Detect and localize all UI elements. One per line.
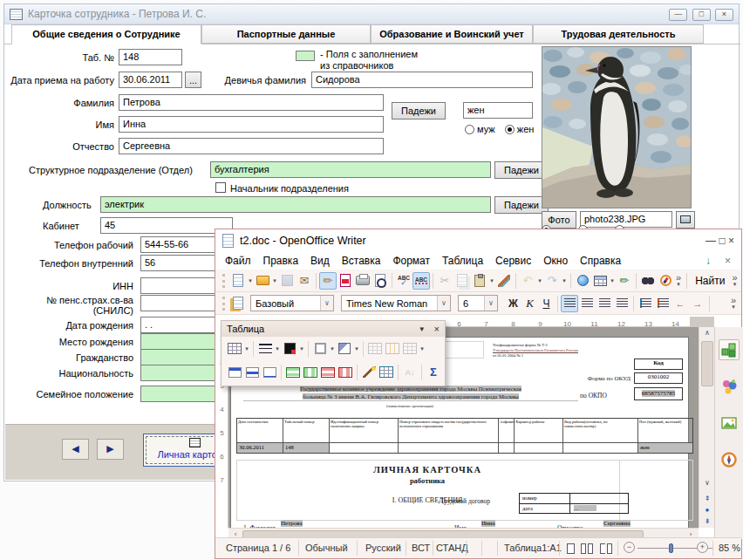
position-padezhi-button[interactable]: Падежи bbox=[494, 196, 549, 214]
status-zoom-percent[interactable]: 85 % bbox=[719, 543, 740, 553]
print-icon[interactable] bbox=[354, 272, 372, 290]
sidebar-properties-icon[interactable] bbox=[719, 339, 740, 360]
status-selection-mode[interactable]: СТАНД bbox=[436, 543, 468, 553]
spellcheck-icon[interactable]: ABC✓ bbox=[395, 272, 412, 290]
undo-dropdown-icon[interactable]: ▾ bbox=[536, 277, 543, 284]
writer-minimize-icon[interactable]: — bbox=[706, 235, 716, 247]
find-toolbar-label[interactable]: Найти bbox=[695, 275, 725, 287]
middle-name-input[interactable]: Сергеевна bbox=[119, 138, 384, 154]
scroll-up-icon[interactable]: ∧ bbox=[700, 327, 714, 338]
merge-cells-icon[interactable] bbox=[366, 340, 384, 358]
italic-button[interactable]: К bbox=[521, 295, 538, 311]
insert-column-icon[interactable] bbox=[302, 364, 319, 381]
table-insert-dropdown-icon[interactable]: ▾ bbox=[243, 345, 250, 352]
dept-padezhi-button[interactable]: Падежи bbox=[494, 161, 549, 179]
align-bottom-icon[interactable] bbox=[261, 364, 278, 381]
gender-input[interactable]: жен bbox=[463, 102, 533, 119]
sum-icon[interactable]: Σ bbox=[425, 364, 442, 381]
increase-indent-icon[interactable]: → bbox=[689, 295, 706, 312]
tab-num-input[interactable]: 148 bbox=[119, 49, 182, 65]
insert-table-icon[interactable] bbox=[591, 272, 609, 290]
decrease-indent-icon[interactable]: ← bbox=[671, 295, 689, 312]
zoom-out-icon[interactable]: − bbox=[624, 542, 635, 553]
paragraph-style-combo[interactable]: Базовый∨ bbox=[250, 295, 334, 311]
bullet-list-icon[interactable] bbox=[654, 295, 671, 312]
center-vertical-icon[interactable] bbox=[243, 364, 261, 381]
first-name-input[interactable]: Инна bbox=[119, 116, 384, 133]
delete-row-icon[interactable] bbox=[319, 364, 337, 381]
formatting-grip[interactable] bbox=[222, 297, 225, 311]
tab-passport-data[interactable]: Паспортные данные bbox=[201, 24, 371, 44]
hyperlink-icon[interactable] bbox=[574, 272, 591, 290]
undo-icon[interactable]: ↶ bbox=[519, 272, 536, 290]
optimize-dropdown-icon[interactable]: ▾ bbox=[419, 345, 426, 352]
draw-functions-icon[interactable]: ✏ bbox=[616, 272, 633, 290]
menu-window[interactable]: Окно bbox=[537, 253, 574, 269]
borders-icon[interactable] bbox=[311, 340, 329, 358]
delete-column-icon[interactable] bbox=[337, 364, 354, 381]
table-insert-icon[interactable] bbox=[226, 340, 243, 358]
position-input[interactable]: электрик bbox=[100, 196, 491, 213]
photo-load-button[interactable] bbox=[676, 211, 695, 229]
split-cells-icon[interactable] bbox=[384, 340, 401, 358]
writer-close-icon[interactable]: × bbox=[728, 235, 734, 247]
table-dropdown-icon[interactable]: ▾ bbox=[609, 277, 616, 284]
scroll-down-icon[interactable]: ∨ bbox=[700, 477, 714, 488]
menu-help[interactable]: Справка bbox=[574, 253, 627, 269]
align-justify-icon[interactable] bbox=[613, 295, 631, 312]
sidebar-gallery-icon[interactable] bbox=[719, 413, 740, 434]
maiden-name-input[interactable]: Сидорова bbox=[311, 72, 533, 88]
email-icon[interactable]: ✉ bbox=[296, 272, 313, 290]
table-toolbar-close-icon[interactable]: × bbox=[434, 324, 440, 334]
sidebar-navigator-icon[interactable] bbox=[719, 449, 740, 470]
paste-dropdown-icon[interactable]: ▾ bbox=[488, 277, 495, 284]
zoom-in-icon[interactable]: + bbox=[697, 542, 708, 553]
optimize-icon[interactable] bbox=[401, 340, 419, 358]
edit-file-icon[interactable]: ✏ bbox=[319, 272, 337, 290]
formatting-overflow-icon[interactable]: »▾ bbox=[731, 297, 736, 310]
line-style-icon[interactable] bbox=[256, 340, 274, 358]
toolbar-overflow-icon[interactable]: »▾ bbox=[676, 275, 681, 287]
previous-page-icon[interactable]: ⇞ bbox=[700, 493, 714, 504]
menu-edit[interactable]: Правка bbox=[257, 253, 305, 269]
save-icon[interactable] bbox=[278, 272, 296, 290]
page-preview-icon[interactable] bbox=[372, 272, 389, 290]
align-center-icon[interactable] bbox=[578, 295, 596, 312]
menu-insert[interactable]: Вставка bbox=[336, 253, 387, 269]
underline-button[interactable]: Ч bbox=[538, 295, 555, 311]
writer-maximize-icon[interactable]: □ bbox=[719, 235, 725, 247]
align-left-icon[interactable] bbox=[561, 295, 578, 312]
writer-titlebar[interactable]: t2.doc - OpenOffice Writer — □ × bbox=[215, 229, 741, 251]
navigator-icon[interactable] bbox=[657, 272, 674, 290]
open-dropdown-icon[interactable]: ▾ bbox=[271, 277, 278, 284]
auto-spellcheck-icon[interactable]: ABC bbox=[412, 272, 430, 290]
redo-dropdown-icon[interactable]: ▾ bbox=[561, 277, 568, 284]
status-language[interactable]: Русский bbox=[365, 543, 401, 553]
menu-tools[interactable]: Сервис bbox=[489, 253, 537, 269]
autoformat-icon[interactable] bbox=[360, 364, 378, 381]
status-insert-mode[interactable]: ВСТ bbox=[412, 543, 430, 553]
borders-dropdown-icon[interactable]: ▾ bbox=[329, 345, 336, 352]
menubar-close-icon[interactable]: × bbox=[718, 255, 738, 267]
navigate-by-icon[interactable]: ● bbox=[700, 504, 714, 516]
status-page[interactable]: Страница 1 / 6 bbox=[226, 543, 290, 553]
cut-icon[interactable]: ✂ bbox=[436, 272, 453, 290]
table-toolbar-titlebar[interactable]: Таблица ▼ × bbox=[222, 321, 445, 337]
find-replace-icon[interactable] bbox=[639, 272, 657, 290]
open-icon[interactable] bbox=[254, 272, 271, 290]
align-right-icon[interactable] bbox=[596, 295, 613, 312]
tab-general-info[interactable]: Общие сведения о Сотруднике bbox=[11, 24, 201, 44]
numbered-list-icon[interactable] bbox=[637, 295, 654, 312]
format-paintbrush-icon[interactable] bbox=[495, 272, 513, 290]
vscroll-thumb[interactable] bbox=[701, 341, 713, 386]
sort-icon[interactable]: A↓ bbox=[401, 364, 419, 381]
status-page-style[interactable]: Обычный bbox=[305, 543, 348, 553]
menu-file[interactable]: Файл bbox=[219, 253, 257, 269]
font-name-combo[interactable]: Times New Roman∨ bbox=[341, 295, 451, 311]
background-dropdown-icon[interactable]: ▾ bbox=[353, 345, 360, 352]
sidebar-styles-icon[interactable] bbox=[719, 376, 740, 397]
zoom-slider-thumb[interactable] bbox=[669, 543, 673, 553]
next-record-button[interactable]: ▶ bbox=[97, 439, 124, 460]
hire-date-input[interactable]: 30.06.2011 bbox=[119, 72, 182, 88]
tab-work-activity[interactable]: Трудовая деятельность bbox=[533, 24, 704, 44]
